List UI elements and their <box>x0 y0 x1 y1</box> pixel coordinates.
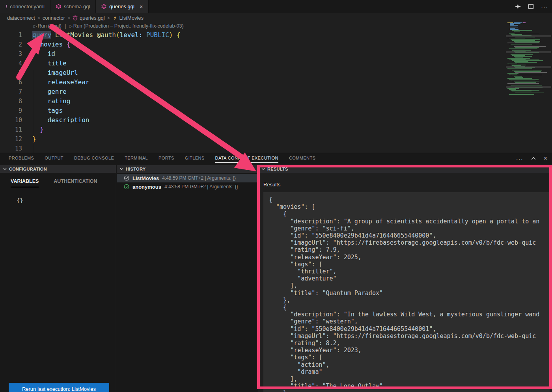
panel-tab-output[interactable]: OUTPUT <box>45 156 63 163</box>
breadcrumb-item-connector[interactable]: connector <box>43 15 65 21</box>
close-icon[interactable]: × <box>140 4 143 9</box>
breadcrumb-label: connector <box>43 15 65 21</box>
minimap[interactable] <box>506 22 551 95</box>
panel-tab-data-connect-execution[interactable]: DATA CONNECT EXECUTION <box>215 156 278 163</box>
code-line-5[interactable]: 5 imageUrl <box>0 68 552 78</box>
code-line-7[interactable]: 7 genre <box>0 87 552 97</box>
code-text: } <box>32 125 44 134</box>
panel-tab-comments[interactable]: COMMENTS <box>289 156 315 163</box>
json-line: { <box>269 196 544 203</box>
tab-queries.gql[interactable]: queries.gql× <box>96 0 149 13</box>
breadcrumb-item-queries.gql[interactable]: queries.gql <box>73 15 105 21</box>
chevron-down-icon <box>120 168 123 170</box>
sparkle-icon[interactable] <box>515 4 521 9</box>
panel-tab-terminal[interactable]: TERMINAL <box>125 156 148 163</box>
variables-value[interactable]: {} <box>17 197 116 204</box>
code-line-9[interactable]: 9 tags <box>0 106 552 115</box>
code-editor[interactable]: 1query ListMovies @auth(level: PUBLIC) {… <box>0 30 552 153</box>
run-production-codelens[interactable]: ▷Run (Production – Project: friendly-fli… <box>69 23 183 29</box>
code-line-10[interactable]: 10 description <box>0 115 552 125</box>
code-line-6[interactable]: 6 releaseYear <box>0 78 552 87</box>
token <box>32 69 48 76</box>
breadcrumb-item-ListMovies[interactable]: ListMovies <box>112 15 144 21</box>
lightning-icon <box>112 15 117 20</box>
graphql-icon <box>73 15 78 20</box>
run-local-codelens[interactable]: ▷Run (local) <box>34 23 62 29</box>
line-number: 1 <box>0 30 22 40</box>
minimap-highlight <box>506 35 551 37</box>
token <box>51 31 55 39</box>
token: } <box>40 126 44 133</box>
code-text: rating <box>32 97 70 106</box>
token <box>32 88 48 95</box>
token: genre <box>48 88 67 95</box>
history-item-anonymous[interactable]: anonymous4:43:58 PM GMT+2 | Arguments: {… <box>117 182 258 191</box>
code-line-2[interactable]: 2 movies { <box>0 40 552 49</box>
panel-tab-gitlens[interactable]: GITLENS <box>185 156 205 163</box>
tab-connector.yaml[interactable]: !connector.yaml <box>0 0 50 13</box>
split-editor-icon[interactable] <box>528 4 534 9</box>
breadcrumb-separator: > <box>107 15 110 21</box>
code-text: genre <box>32 87 67 97</box>
panel-tab-ports[interactable]: PORTS <box>159 156 174 163</box>
token <box>32 116 48 124</box>
history-section: HISTORY ListMovies4:48:59 PM GMT+2 | Arg… <box>117 165 258 392</box>
json-line: "imageUrl": "https://firebasestorage.goo… <box>269 239 544 246</box>
history-item-name: ListMovies <box>132 175 159 181</box>
results-header[interactable]: RESULTS <box>258 165 552 173</box>
tab-schema.gql[interactable]: schema.gql <box>50 0 96 13</box>
token <box>32 97 48 105</box>
configuration-header[interactable]: CONFIGURATION <box>0 165 116 173</box>
json-line: "id": "550e8400e29b41d4a716446655440001"… <box>269 325 544 333</box>
json-line: "drama" <box>269 368 544 375</box>
token <box>32 107 48 114</box>
panel-maximize-icon[interactable] <box>531 157 536 160</box>
more-actions-icon[interactable]: ··· <box>541 3 548 10</box>
token: ListMovies <box>55 31 93 39</box>
results-json-output[interactable]: { "movies": [ { "description": "A group … <box>263 192 550 392</box>
code-text: releaseYear <box>32 78 90 87</box>
code-text: title <box>32 59 67 68</box>
results-section: RESULTS Results { "movies": [ { "descrip… <box>258 165 552 392</box>
panel-more-icon[interactable]: ··· <box>516 155 523 162</box>
history-item-ListMovies[interactable]: ListMovies4:48:59 PM GMT+2 | Arguments: … <box>117 174 258 182</box>
breadcrumb-label: ListMovies <box>119 15 144 21</box>
code-line-13[interactable]: 13 <box>0 144 552 153</box>
json-line: "releaseYear": 2023, <box>269 347 544 354</box>
config-tab-authentication[interactable]: AUTHENTICATION <box>54 178 97 187</box>
line-number: 13 <box>0 144 22 153</box>
line-number: 10 <box>0 115 22 125</box>
code-line-8[interactable]: 8 rating <box>0 97 552 106</box>
code-text: query ListMovies @auth(level: PUBLIC) { <box>32 30 181 40</box>
token <box>63 41 67 48</box>
token: level: <box>120 31 143 39</box>
panel-tab-problems[interactable]: PROBLEMS <box>9 156 34 163</box>
panel-tab-debug-console[interactable]: DEBUG CONSOLE <box>74 156 114 163</box>
breadcrumb-separator: > <box>37 15 40 21</box>
code-line-1[interactable]: 1query ListMovies @auth(level: PUBLIC) { <box>0 30 552 40</box>
json-line: ], <box>269 375 544 383</box>
check-circle-icon <box>124 175 129 181</box>
code-line-3[interactable]: 3 id <box>0 49 552 59</box>
minimap-highlight <box>506 66 551 68</box>
code-line-4[interactable]: 4 title <box>0 59 552 68</box>
line-number: 9 <box>0 106 22 115</box>
breadcrumb-item-dataconnect[interactable]: dataconnect <box>7 15 35 21</box>
code-text: id <box>32 49 55 59</box>
panel-close-icon[interactable]: × <box>544 155 547 162</box>
token: { <box>67 41 71 48</box>
json-line: "description": "In the lawless Wild West… <box>269 311 544 318</box>
history-header[interactable]: HISTORY <box>117 165 258 173</box>
json-line: "tags": [ <box>269 261 544 268</box>
configuration-section: CONFIGURATION VARIABLESAUTHENTICATION {} <box>0 165 116 392</box>
code-text: imageUrl <box>32 68 78 78</box>
token: { <box>177 31 181 39</box>
token <box>32 126 40 133</box>
code-line-11[interactable]: 11 } <box>0 125 552 134</box>
rerun-last-execution-button[interactable]: Rerun last execution: ListMovies <box>9 383 109 392</box>
breadcrumb-label: queries.gql <box>80 15 105 21</box>
code-line-12[interactable]: 12} <box>0 134 552 144</box>
json-line: "releaseYear": 2025, <box>269 254 544 261</box>
config-tab-variables[interactable]: VARIABLES <box>11 178 39 187</box>
json-line: "action", <box>269 361 544 368</box>
